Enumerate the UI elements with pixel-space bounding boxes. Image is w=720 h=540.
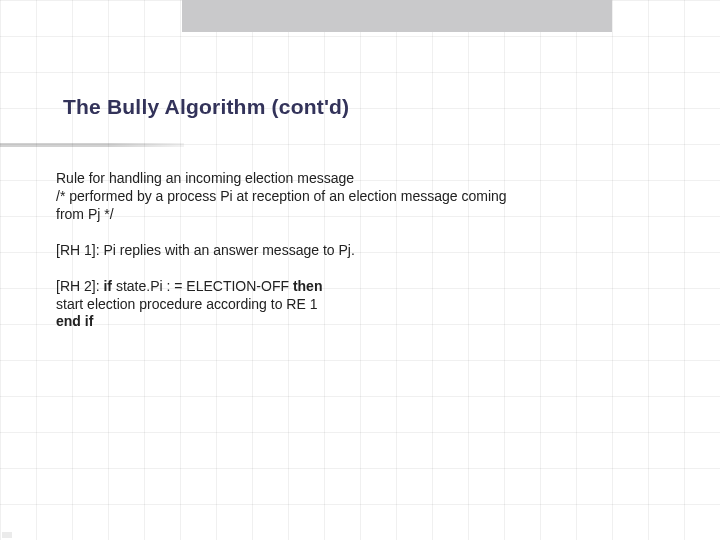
rh1-block: [RH 1]: Pi replies with an answer messag…	[56, 242, 672, 260]
header-grey-band	[182, 0, 612, 32]
title-underline	[0, 143, 184, 147]
rh1-text: [RH 1]: Pi replies with an answer messag…	[56, 242, 672, 260]
slide-title: The Bully Algorithm (cont'd)	[63, 95, 349, 119]
slide-title-wrap: The Bully Algorithm (cont'd)	[63, 95, 349, 119]
rh2-line-1: [RH 2]: if state.Pi : = ELECTION-OFF the…	[56, 278, 672, 296]
rule-line-2: /* performed by a process Pi at receptio…	[56, 188, 672, 206]
corner-accent	[2, 532, 12, 538]
rh2-if: if	[103, 278, 112, 294]
rh2-block: [RH 2]: if state.Pi : = ELECTION-OFF the…	[56, 278, 672, 332]
slide-body: Rule for handling an incoming election m…	[56, 170, 672, 349]
rule-heading-block: Rule for handling an incoming election m…	[56, 170, 672, 224]
rh2-cond: state.Pi : = ELECTION-OFF	[116, 278, 289, 294]
rule-line-3: from Pj */	[56, 206, 672, 224]
rh2-line-2: start election procedure according to RE…	[56, 296, 672, 314]
rule-line-1: Rule for handling an incoming election m…	[56, 170, 672, 188]
rh2-then: then	[293, 278, 323, 294]
rh2-label: [RH 2]:	[56, 278, 100, 294]
rh2-endif: end if	[56, 313, 672, 331]
